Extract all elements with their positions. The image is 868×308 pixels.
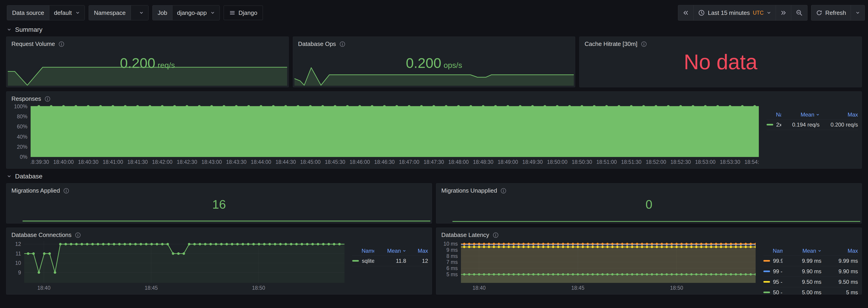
responses-x-axis: 18:39:3018:40:0018:40:3018:41:0018:41:30…	[31, 157, 759, 166]
legend-col-mean[interactable]: Mean	[374, 248, 406, 254]
stat-number: 0	[646, 197, 652, 211]
migrations-row: Migrations Applied 16 Migrations Unappli…	[6, 183, 862, 223]
panel-migrations-unapplied: Migrations Unapplied 0	[436, 183, 862, 223]
x-tick-label: 18:43:00	[202, 159, 222, 165]
latency-plot[interactable]	[461, 241, 755, 283]
responses-legend: NameMeanMax2xx0.194 req/s0.200 req/s	[759, 105, 859, 166]
x-tick-label: 18:45	[145, 285, 158, 291]
series-color-swatch	[764, 271, 770, 272]
time-shift-back-button[interactable]	[678, 5, 693, 20]
database_connections-plot-svg	[24, 241, 344, 283]
legend-header: NameMeanMax	[352, 246, 428, 256]
x-tick-label: 18:40:30	[78, 159, 98, 165]
x-tick-label: 18:41:00	[102, 159, 123, 165]
chevron-down-icon	[75, 10, 80, 15]
x-tick-label: 18:53:30	[720, 159, 740, 165]
y-tick-label: 0%	[20, 154, 27, 160]
x-tick-label: 18:47:00	[399, 159, 420, 165]
info-icon[interactable]	[44, 96, 51, 102]
zoom-out-time-button[interactable]	[791, 5, 807, 20]
legend-series-name[interactable]: 95 - sqlite	[764, 279, 782, 285]
legend-max-value: 9.50 ms	[822, 279, 858, 285]
responses-plot[interactable]	[31, 105, 759, 157]
double-chevron-right-icon	[780, 10, 786, 16]
legend-series-name[interactable]: 50 - sqlite	[764, 289, 782, 295]
y-tick-label: 9 ms	[446, 247, 458, 253]
dashboard-list-icon	[229, 10, 235, 16]
job-value: django-app	[177, 9, 207, 17]
x-tick-label: 18:45:00	[300, 159, 321, 165]
legend-col-max[interactable]: Max	[822, 248, 858, 254]
connections-legend: NameMeanMaxsqlite11.812	[344, 241, 429, 292]
info-icon[interactable]	[63, 188, 69, 194]
legend-row: 95 - sqlite9.50 ms9.50 ms	[764, 277, 858, 287]
legend-col-name[interactable]: Name	[767, 112, 781, 118]
section-summary[interactable]: Summary	[7, 26, 861, 33]
job-picker[interactable]: Job django-app	[152, 5, 220, 20]
x-tick-label: 18:50	[252, 285, 265, 291]
dashboard-link-django[interactable]: Django	[224, 5, 263, 20]
responses-plot-svg	[31, 105, 759, 157]
y-tick-label: 11	[16, 250, 21, 256]
legend-series-name[interactable]: 2xx	[767, 122, 781, 128]
panel-title: Migrations Unapplied	[441, 187, 497, 194]
legend-col-mean[interactable]: Mean	[782, 248, 822, 254]
refresh-button[interactable]: Refresh	[811, 5, 851, 20]
info-icon[interactable]	[59, 41, 64, 47]
magnifier-minus-icon	[796, 9, 803, 16]
template-variables: Data source default Namespace	[7, 5, 263, 20]
legend-col-max[interactable]: Max	[819, 112, 858, 118]
info-icon[interactable]	[493, 232, 499, 238]
namespace-picker[interactable]: Namespace	[89, 5, 149, 20]
x-tick-label: 18:45	[571, 285, 585, 291]
y-tick-label: 8 ms	[446, 253, 458, 259]
x-tick-label: 18:49:00	[498, 159, 518, 165]
y-tick-label: 10	[15, 260, 21, 266]
legend-header: NameMeanMax	[767, 110, 858, 120]
refresh-label: Refresh	[825, 9, 846, 17]
legend-max-value: 0.200 req/s	[819, 122, 858, 128]
time-range-button[interactable]: Last 15 minutes UTC	[693, 5, 776, 20]
time-range-label: Last 15 minutes	[708, 9, 750, 17]
info-icon[interactable]	[641, 41, 647, 47]
info-icon[interactable]	[500, 188, 506, 194]
legend-max-value: 12	[406, 258, 428, 264]
x-tick-label: 18:49:30	[522, 159, 543, 165]
database-charts-row: Database Connections 9101112 18:4018:451…	[6, 227, 862, 295]
stat-number: 0.200	[120, 55, 155, 71]
database-connections-chart: 9101112 18:4018:4518:50 NameMeanMaxsqlit…	[6, 240, 432, 294]
legend-series-name[interactable]: sqlite	[352, 258, 374, 264]
migrations_unapplied-spark-svg	[438, 219, 860, 222]
y-tick-label: 40%	[17, 134, 27, 140]
panel-request-volume: Request Volume 0.200req/s	[6, 36, 289, 87]
legend-col-name[interactable]: Name	[352, 248, 374, 254]
info-icon[interactable]	[75, 232, 81, 238]
chevron-down-icon	[767, 10, 771, 15]
connections-plot[interactable]	[24, 241, 344, 283]
migrations-unapplied-stat: 0	[436, 197, 862, 211]
panel-database-latency: Database Latency 5 ms6 ms7 ms8 ms9 ms10 …	[436, 227, 862, 295]
legend-max-value: 5 ms	[822, 289, 858, 295]
x-tick-label: 18:50	[670, 285, 683, 291]
panel-title: Migrations Applied	[11, 187, 60, 194]
panel-title: Database Ops	[298, 40, 336, 48]
responses-row: Responses 0%20%40%60%80%100% 18:39:3018:…	[6, 91, 862, 168]
legend-col-mean[interactable]: Mean	[781, 112, 819, 118]
legend-mean-value: 9.99 ms	[782, 258, 822, 264]
time-picker-group: Last 15 minutes UTC	[678, 5, 807, 21]
legend-max-value: 9.99 ms	[822, 258, 858, 264]
time-shift-forward-button[interactable]	[776, 5, 791, 20]
legend-series-name[interactable]: 99 - sqlite	[764, 268, 782, 275]
x-tick-label: 18:44:00	[251, 159, 271, 165]
datasource-picker[interactable]: Data source default	[7, 5, 85, 20]
refresh-interval-dropdown[interactable]	[851, 5, 865, 20]
legend-series-name[interactable]: 99.9 - sqlite	[764, 258, 782, 264]
connections-x-axis: 18:4018:4518:50	[24, 283, 344, 292]
legend-col-name[interactable]: Name	[764, 248, 782, 254]
section-database[interactable]: Database	[7, 173, 861, 180]
x-tick-label: 18:46:30	[374, 159, 395, 165]
series-color-swatch	[767, 124, 773, 125]
x-tick-label: 18:46:00	[349, 159, 370, 165]
legend-col-max[interactable]: Max	[406, 248, 428, 254]
info-icon[interactable]	[339, 41, 345, 47]
